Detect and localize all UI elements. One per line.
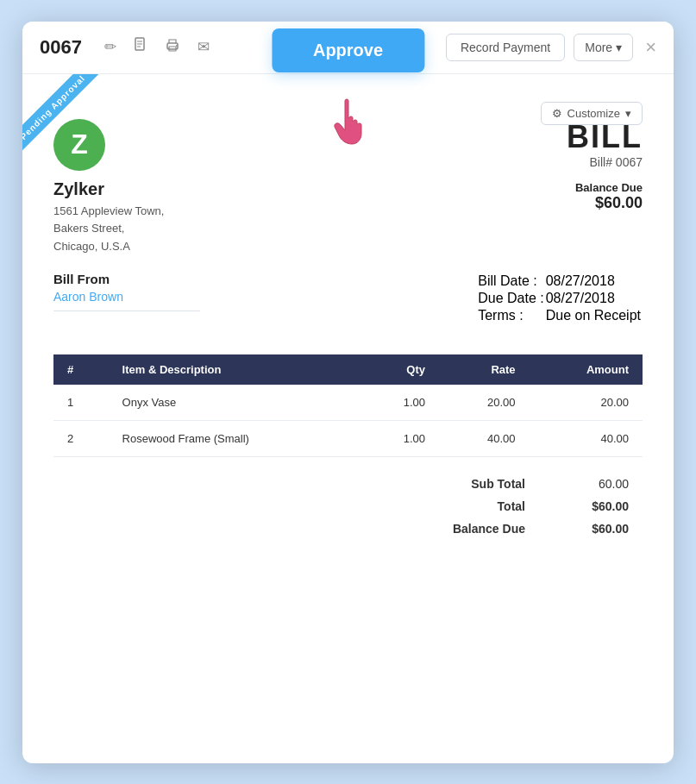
more-button[interactable]: More ▾ [574,34,633,61]
table-row: 2 Rosewood Frame (Small) 1.00 40.00 40.0… [53,420,643,456]
bill-title-block: BILL Bill# 0067 Balance Due $60.00 [567,119,643,212]
toolbar-icons: ✏ ✉ [99,34,215,60]
bill-from-name[interactable]: Aaron Brown [53,290,200,304]
balance-due-total-value: $60.00 [577,522,629,536]
bill-modal: 0067 ✏ ✉ Approve Record Payment More ▾ × [22,22,674,763]
totals-block: Sub Total 60.00 Total $60.00 Balance Due… [53,473,643,540]
row-qty: 1.00 [359,385,439,421]
chevron-down-icon: ▾ [616,41,622,54]
terms-label: Terms : [478,308,543,323]
svg-point-6 [176,45,178,47]
row-rate: 40.00 [439,420,530,456]
customize-button[interactable]: ⚙ Customize ▾ [541,102,643,125]
balance-due-total-label: Balance Due [422,522,525,536]
vendor-address: 1561 Appleview Town, Bakers Street, Chic… [53,203,164,256]
bill-from-section: Bill From Aaron Brown [53,272,200,311]
terms-value: Due on Receipt [546,308,641,323]
row-amount: 40.00 [530,420,643,456]
email-button[interactable]: ✉ [192,34,215,60]
bill-id: 0067 [40,36,82,59]
bill-number: Bill# 0067 [567,155,643,169]
record-payment-button[interactable]: Record Payment [446,34,565,61]
pending-ribbon-text: Pending Approval [22,74,98,154]
bill-header: Z Zylker 1561 Appleview Town, Bakers Str… [53,119,643,256]
bill-dates: Bill Date : 08/27/2018 Due Date : 08/27/… [476,272,643,325]
gear-icon: ⚙ [552,107,562,120]
document-button[interactable] [129,34,153,60]
subtotal-value: 60.00 [577,477,629,491]
total-row: Total $60.00 [53,495,629,517]
total-value: $60.00 [577,499,629,513]
row-description: Onyx Vase [109,385,360,421]
bill-from-divider [53,310,200,311]
balance-due-row: Balance Due $60.00 [53,517,629,540]
bill-date-label: Bill Date : [478,273,543,289]
balance-due-label: Balance Due [567,181,643,194]
due-date-label: Due Date : [478,291,543,306]
bill-details-row: Bill From Aaron Brown Bill Date : 08/27/… [53,272,643,327]
row-rate: 20.00 [439,385,530,421]
col-amount: Amount [530,354,643,385]
col-rate: Rate [439,354,530,385]
row-num: 1 [53,385,109,421]
pending-ribbon: Pending Approval [22,74,117,169]
col-description: Item & Description [109,354,360,385]
col-qty: Qty [359,354,439,385]
approve-button[interactable]: Approve [272,28,424,72]
toolbar: 0067 ✏ ✉ Approve Record Payment More ▾ × [22,22,674,74]
subtotal-label: Sub Total [422,477,525,491]
bill-from-label: Bill From [53,272,200,286]
table-header-row: # Item & Description Qty Rate Amount [53,354,643,385]
total-label: Total [422,499,525,513]
customize-chevron-icon: ▾ [625,107,631,120]
subtotal-row: Sub Total 60.00 [53,473,629,495]
bill-body: Pending Approval ⚙ Customize ▾ Z Zylker … [22,74,674,568]
edit-button[interactable]: ✏ [99,34,122,60]
row-description: Rosewood Frame (Small) [109,420,360,456]
col-num: # [53,354,109,385]
print-button[interactable] [160,34,185,60]
close-button[interactable]: × [645,36,656,59]
due-date-value: 08/27/2018 [546,291,641,306]
items-table: # Item & Description Qty Rate Amount 1 O… [53,354,643,457]
row-num: 2 [53,420,109,456]
balance-due-amount: $60.00 [567,194,643,212]
row-amount: 20.00 [530,385,643,421]
row-qty: 1.00 [359,420,439,456]
vendor-name: Zylker [53,179,164,199]
bill-dates-table: Bill Date : 08/27/2018 Due Date : 08/27/… [476,272,643,325]
table-row: 1 Onyx Vase 1.00 20.00 20.00 [53,385,643,421]
bill-date-value: 08/27/2018 [546,273,641,289]
